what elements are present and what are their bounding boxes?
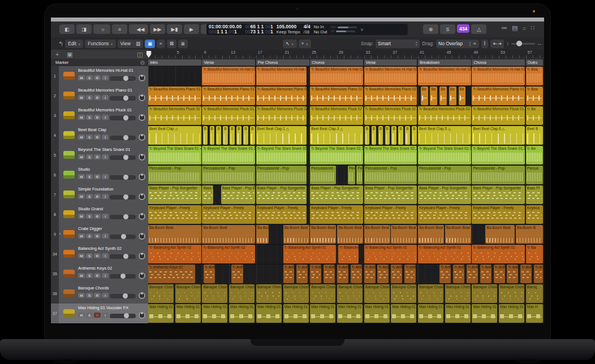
region[interactable]: ↻ Anthe xyxy=(351,265,362,283)
region[interactable]: Baroque Chords xyxy=(499,284,524,303)
region[interactable]: ↻ Balancing Act Synth 02 xyxy=(202,245,255,263)
track-lane-3[interactable]: ↻ Beautiful Memories Pluck 01↻ Beautiful… xyxy=(148,106,544,126)
record-enable-button[interactable]: R xyxy=(94,253,101,258)
region[interactable]: Keyboard Player - Freely xyxy=(418,205,471,224)
horizontal-auto-zoom-icon[interactable]: ⇤⇥ xyxy=(490,40,504,48)
arrangement-marker-pre-chorus[interactable]: Pre Chorus xyxy=(256,59,309,66)
mute-button[interactable]: M xyxy=(78,214,85,219)
region[interactable]: Baroque Chords xyxy=(202,284,227,303)
region[interactable]: Max Hiding 01 V xyxy=(148,304,174,323)
metronome-button[interactable]: △ xyxy=(471,24,486,34)
region[interactable]: ↻ Anthe xyxy=(377,265,389,283)
track-lane-6[interactable]: Percussionist - PopPercussionist - PopPe… xyxy=(148,165,544,185)
input-monitor-button[interactable]: I xyxy=(102,174,109,179)
region[interactable]: ↻ Beautiful Memories Piano 01.1 xyxy=(202,86,255,105)
arrangement-marker-breakdown[interactable]: Breakdown xyxy=(418,59,471,66)
region[interactable]: B xyxy=(405,126,410,145)
region[interactable]: ↻ Balancing Act Synth 01 xyxy=(472,245,525,263)
region[interactable]: Max Hiding 01 V xyxy=(256,304,282,323)
region[interactable]: Be xyxy=(430,86,437,105)
track-lane-34[interactable]: ↻ Balancing Act Synth 02↻ Balancing Act … xyxy=(148,244,544,265)
region[interactable]: Max Hiding 01 V xyxy=(418,304,443,323)
region[interactable]: Baroque Chords xyxy=(391,284,416,303)
record-enable-button[interactable]: R xyxy=(94,194,101,199)
region[interactable]: Max Hiding 01 V xyxy=(310,304,335,323)
apple-loops-icon[interactable]: ○ xyxy=(522,24,526,32)
region[interactable]: B xyxy=(372,126,377,145)
input-monitor-button[interactable]: I xyxy=(102,273,109,278)
region[interactable]: Baroque Chords xyxy=(175,284,201,303)
region[interactable]: ↻ Beautiful Memories Piano 01.2 xyxy=(472,86,525,105)
region[interactable]: Baroque Chords xyxy=(364,284,390,303)
region[interactable]: Keyboard Player - Freely xyxy=(148,205,201,224)
record-enable-button[interactable]: R xyxy=(94,214,101,219)
solo-button[interactable]: S xyxy=(86,233,93,239)
region[interactable]: B xyxy=(250,126,255,145)
input-monitor-button[interactable]: I xyxy=(102,194,109,199)
region[interactable]: ↻ Beautiful Memories Pluck 01 xyxy=(148,106,201,125)
region[interactable]: ↻ Anthe xyxy=(404,265,416,283)
region[interactable]: Keyboard Player - Freely xyxy=(256,205,307,224)
region[interactable]: Percussionist - Pop xyxy=(256,166,307,184)
forward-button[interactable]: ▶▶ xyxy=(150,24,165,34)
track-header-35[interactable]: 35Anthemic Keys 02MSRI xyxy=(51,264,148,284)
pan-knob[interactable] xyxy=(139,154,145,161)
region[interactable]: B xyxy=(385,126,390,145)
region[interactable]: Ba-Boom Beat xyxy=(364,225,390,244)
solo-button[interactable]: S xyxy=(86,174,93,179)
region[interactable]: Max Hiding 01 V xyxy=(229,304,255,323)
region[interactable]: ↻ Anthe xyxy=(467,265,478,283)
pan-knob[interactable] xyxy=(139,114,145,121)
vertical-auto-zoom-icon[interactable]: Ⅰ xyxy=(481,40,489,48)
region[interactable]: Ba-Boom Beat xyxy=(283,225,309,244)
region[interactable]: ↻ Beautiful Memories Hi-Hat 0 xyxy=(256,67,307,85)
region[interactable]: Bass Player - Pop Songwriter xyxy=(364,185,417,204)
mute-button[interactable]: M xyxy=(78,135,85,140)
volume-slider[interactable] xyxy=(110,175,136,180)
input-monitor-button[interactable]: I xyxy=(102,313,109,318)
region[interactable]: Per xyxy=(356,166,362,184)
region[interactable]: Percus xyxy=(348,166,355,184)
catch-playhead-icon[interactable]: ≣ xyxy=(178,40,188,48)
menu-functions[interactable]: Functions∨ xyxy=(85,40,115,48)
rewind-button[interactable]: ◀◀ xyxy=(133,24,148,34)
region[interactable]: Ba-Boom Beat xyxy=(445,225,471,244)
track-header-37[interactable]: 37Max Hiding 01 Vocoder FXMSRI xyxy=(51,304,148,323)
region[interactable]: Max Hiding 01 V xyxy=(175,304,201,323)
region[interactable]: Max Hiding 01 V xyxy=(364,304,390,323)
region[interactable]: Keyboard Player - Freely xyxy=(364,205,417,224)
input-monitor-button[interactable]: I xyxy=(102,135,109,140)
region[interactable]: B xyxy=(412,126,417,145)
region[interactable]: Max Hiding 01 V xyxy=(283,304,309,323)
tuning-badge[interactable]: 434 xyxy=(457,24,469,33)
region[interactable]: Bass Player - Pop Songwriter xyxy=(310,185,363,204)
region[interactable]: Bass P xyxy=(202,185,213,204)
record-enable-button[interactable]: R xyxy=(94,95,101,100)
mute-button[interactable]: M xyxy=(78,174,85,179)
mute-button[interactable]: M xyxy=(78,75,85,80)
automation-icon[interactable]: ≈ xyxy=(157,40,165,48)
region[interactable]: ↻ Beyond The Stars Snare 02 ∞ xyxy=(256,146,307,164)
region[interactable]: ↻ An xyxy=(534,265,543,283)
region[interactable]: Ba-Boom Beat xyxy=(485,225,515,244)
region[interactable]: Percussionist - Pop xyxy=(148,166,201,184)
region[interactable]: Bass Player - Pop Songwriter xyxy=(472,185,525,204)
region[interactable]: Percussionist - P xyxy=(310,166,336,184)
region[interactable]: Max Hiding 01 V xyxy=(499,304,524,323)
region[interactable]: Baroque Chords xyxy=(337,284,363,303)
track-header-1[interactable]: 1Beautiful Memories Hi-Hat 01MSRI xyxy=(51,66,148,86)
region[interactable]: ↻ Beautiful Memories Piano 02 xyxy=(310,86,363,105)
solo-button[interactable]: S xyxy=(86,253,93,258)
track-header-8[interactable]: 8Studio GrandMSRI xyxy=(51,205,148,225)
arrangement-marker-chorus[interactable]: Chorus xyxy=(472,59,525,66)
region[interactable]: ↻ Beautiful Memories Piano 02.2 xyxy=(364,86,417,105)
region[interactable]: Baroque Chords xyxy=(472,284,497,303)
track-lane-9[interactable]: Ba-Boom BeatBa-Boom BeatBa-BooBa-Boom Be… xyxy=(148,224,544,245)
pan-knob[interactable] xyxy=(139,174,145,180)
region[interactable]: ↻ Beautiful Memories Hi-Hat 03.1 xyxy=(202,67,255,85)
region[interactable]: ↻ Beautiful Memories Piano 01 xyxy=(148,86,201,105)
region[interactable]: ↻ Beautiful Memories Piano 02 xyxy=(256,86,307,105)
command-click-tool[interactable]: +∨ xyxy=(299,40,311,48)
region[interactable]: B xyxy=(203,126,208,145)
pan-knob[interactable] xyxy=(139,272,145,279)
